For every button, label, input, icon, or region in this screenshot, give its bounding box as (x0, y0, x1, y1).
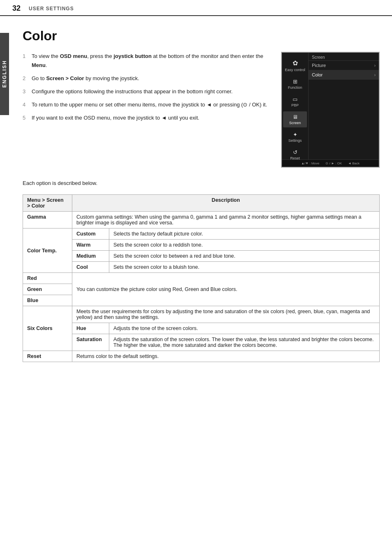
table-cell-menu: Blue (23, 295, 72, 306)
osd-picture-chevron: › (374, 63, 376, 68)
table-row: Reset Returns color to the default setti… (23, 351, 380, 362)
reset-icon: ↺ (293, 149, 297, 155)
col-menu-header: Menu > Screen > Color (23, 195, 72, 212)
table-header-row: Menu > Screen > Color Description (23, 195, 380, 212)
table-row: Warm Sets the screen color to a reddish … (23, 240, 380, 251)
table-cell-menu: Reset (23, 351, 72, 362)
table-cell-desc: Adjusts the tone of the screen colors. (109, 323, 380, 334)
osd-content-header: Screen (309, 53, 379, 61)
instruction-4: To return to the upper menu or set other… (23, 100, 269, 109)
table-cell-menu: Red (23, 273, 72, 284)
osd-content-spacer (309, 80, 379, 167)
osd-menu-easy-control[interactable]: ✿ Easy control (283, 57, 307, 74)
table-cell-desc: You can customize the picture color usin… (72, 273, 380, 306)
table-cell-desc: Selects the factory default picture colo… (109, 229, 380, 240)
page-wrapper: ENGLISH 32 USER SETTINGS Color To view t… (0, 0, 392, 554)
table-cell-sub: Custom (72, 229, 109, 240)
osd-mockup: ✿ Easy control ⊞ Function ▭ PBP (281, 52, 380, 168)
osd-screen-label: Screen (312, 55, 325, 60)
osd-menu-settings-label: Settings (288, 138, 302, 143)
table-row: Color Temp. Custom Selects the factory d… (23, 229, 380, 240)
table-cell-menu: Gamma (23, 212, 72, 229)
table-cell-desc: Adjusts the saturation of the screen col… (109, 334, 380, 351)
osd-footer: ▲/▼ : Move ⊙ / ► : OK ◄ Back (282, 159, 379, 167)
instruction-1: To view the OSD menu, press the joystick… (23, 52, 269, 70)
side-tab-label: ENGLISH (2, 60, 7, 88)
osd-footer-back: ◄ Back (348, 162, 360, 165)
header-title: USER SETTINGS (29, 6, 74, 12)
table-cell-sub: Cool (72, 262, 109, 273)
osd-menu-function[interactable]: ⊞ Function (283, 76, 307, 92)
osd-sidebar: ✿ Easy control ⊞ Function ▭ PBP (282, 53, 309, 167)
osd-content-color[interactable]: Color › (309, 70, 379, 80)
osd-content-picture[interactable]: Picture › (309, 61, 379, 70)
table-cell-menu: Color Temp. (23, 229, 72, 273)
instructions-list: To view the OSD menu, press the joystick… (23, 52, 269, 168)
screen-icon: 🖥 (293, 114, 298, 120)
osd-menu-function-label: Function (288, 85, 302, 90)
pbp-icon: ▭ (293, 96, 297, 102)
section-title: Color (23, 28, 380, 44)
table-row: Cool Sets the screen color to a bluish t… (23, 262, 380, 273)
table-cell-sub: Warm (72, 240, 109, 251)
osd-menu-screen-label: Screen (289, 121, 301, 125)
table-cell-desc: Custom gamma settings: When using the ga… (72, 212, 380, 229)
osd-content: Screen Picture › Color › ▲/▼ : Move (309, 53, 379, 167)
table-row: Saturation Adjusts the saturation of the… (23, 334, 380, 351)
table-row: Gamma Custom gamma settings: When using … (23, 212, 380, 229)
table-row: Hue Adjusts the tone of the screen color… (23, 323, 380, 334)
table-row: Medium Sets the screen color to between … (23, 251, 380, 262)
main-content: Color To view the OSD menu, press the jo… (0, 16, 392, 374)
osd-menu-easy-control-label: Easy control (285, 68, 305, 72)
osd-menu-screen[interactable]: 🖥 Screen (283, 111, 307, 127)
instruction-5: If you want to exit the OSD menu, move t… (23, 113, 269, 122)
osd-footer-ok: ⊙ / ► : OK (325, 162, 342, 165)
table-cell-desc: Sets the screen color to between a red a… (109, 251, 380, 262)
table-cell-sub: Medium (72, 251, 109, 262)
table-cell-menu: Green (23, 284, 72, 295)
osd-menu-pbp[interactable]: ▭ PBP (283, 94, 307, 110)
description-text: Each option is described below. (23, 180, 380, 186)
two-col-layout: To view the OSD menu, press the joystick… (23, 52, 380, 168)
function-icon: ⊞ (293, 78, 297, 85)
easy-control-icon: ✿ (293, 59, 298, 67)
osd-footer-move: ▲/▼ : Move (301, 162, 319, 165)
settings-table: Menu > Screen > Color Description Gamma … (23, 194, 380, 362)
table-cell-desc: Sets the screen color to a bluish tone. (109, 262, 380, 273)
osd-picture-label: Picture (312, 63, 326, 68)
osd-menu-settings[interactable]: ✦ Settings (283, 129, 307, 145)
table-cell-desc: Meets the user requirements for colors b… (72, 306, 380, 323)
col-desc-header: Description (72, 195, 380, 212)
table-cell-desc: Returns color to the default settings. (72, 351, 380, 362)
header-bar: 32 USER SETTINGS (0, 0, 392, 16)
table-cell-sub: Saturation (72, 334, 109, 351)
osd-menu-pbp-label: PBP (291, 103, 299, 107)
instruction-2: Go to Screen > Color by moving the joyst… (23, 74, 269, 83)
osd-color-chevron: › (374, 73, 376, 77)
table-cell-desc: Sets the screen color to a reddish tone. (109, 240, 380, 251)
table-row: Red You can customize the picture color … (23, 273, 380, 284)
table-cell-menu: Six Colors (23, 306, 72, 351)
table-cell-sub: Hue (72, 323, 109, 334)
instruction-3: Configure the options following the inst… (23, 87, 269, 96)
table-row: Six Colors Meets the user requirements f… (23, 306, 380, 323)
osd-color-label: Color (312, 72, 323, 77)
settings-icon: ✦ (293, 132, 297, 138)
page-number: 32 (12, 4, 21, 13)
side-tab: ENGLISH (0, 33, 9, 115)
